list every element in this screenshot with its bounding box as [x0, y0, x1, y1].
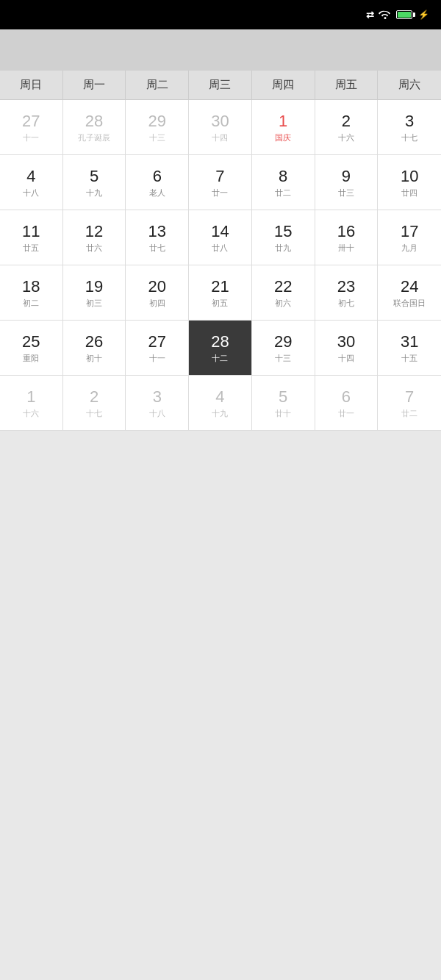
day-cell[interactable]: 23初七 — [315, 265, 379, 321]
day-number: 5 — [279, 387, 287, 407]
day-subtitle: 廿四 — [401, 188, 417, 198]
day-number: 3 — [153, 387, 162, 407]
day-number: 28 — [85, 112, 103, 131]
day-number: 27 — [22, 112, 40, 131]
weekday-header: 周日周一周二周三周四周五周六 — [0, 71, 441, 100]
day-cell[interactable]: 6老人 — [126, 155, 189, 210]
weekday-label-6: 周六 — [378, 71, 441, 99]
day-cell[interactable]: 3十八 — [126, 376, 189, 431]
day-cell[interactable]: 25重阳 — [0, 321, 63, 376]
day-cell[interactable]: 27十一 — [0, 100, 63, 155]
day-subtitle: 廿一 — [338, 409, 354, 418]
day-number: 4 — [215, 387, 224, 407]
day-subtitle: 廿二 — [401, 409, 417, 418]
day-cell[interactable]: 13廿七 — [126, 210, 189, 265]
day-number: 21 — [211, 277, 229, 296]
day-subtitle: 初十 — [86, 354, 102, 363]
day-cell[interactable]: 5十九 — [63, 155, 126, 210]
day-subtitle: 卅十 — [338, 243, 354, 253]
day-cell[interactable]: 2十六 — [315, 100, 379, 155]
day-cell[interactable]: 6廿一 — [315, 376, 379, 431]
day-subtitle: 初四 — [149, 298, 165, 308]
day-subtitle: 初二 — [23, 298, 39, 308]
day-cell[interactable]: 4十八 — [0, 155, 63, 210]
day-number: 20 — [148, 277, 166, 296]
day-subtitle: 老人 — [149, 188, 165, 198]
day-number: 2 — [342, 112, 351, 131]
day-subtitle: 廿十 — [275, 409, 291, 418]
day-number: 15 — [274, 222, 292, 241]
day-cell[interactable]: 11廿五 — [0, 210, 63, 265]
day-cell[interactable]: 9廿三 — [315, 155, 379, 210]
day-cell[interactable]: 29十三 — [126, 100, 189, 155]
day-subtitle: 十九 — [212, 409, 228, 418]
day-number: 23 — [337, 277, 355, 296]
day-number: 26 — [85, 332, 103, 351]
prev-month-button[interactable] — [12, 44, 24, 56]
day-subtitle: 廿八 — [212, 243, 228, 253]
day-subtitle: 孔子诞辰 — [78, 133, 110, 143]
day-cell[interactable]: 1十六 — [0, 376, 63, 431]
day-subtitle: 初六 — [275, 298, 291, 308]
status-bar: ⇄ ⚡ — [0, 0, 441, 29]
day-cell[interactable]: 21初五 — [189, 265, 252, 321]
day-subtitle: 初三 — [86, 298, 102, 308]
day-cell[interactable]: 10廿四 — [378, 155, 441, 210]
day-subtitle: 十六 — [338, 133, 354, 143]
day-cell[interactable]: 27十一 — [126, 321, 189, 376]
day-number: 27 — [148, 332, 166, 351]
day-cell[interactable]: 4十九 — [189, 376, 252, 431]
day-cell[interactable]: 15廿九 — [252, 210, 315, 265]
day-number: 12 — [85, 222, 103, 241]
day-subtitle: 十八 — [23, 188, 39, 198]
day-number: 1 — [279, 112, 287, 131]
day-cell[interactable]: 28孔子诞辰 — [63, 100, 126, 155]
day-cell[interactable]: 24联合国日 — [378, 265, 441, 321]
weekday-label-1: 周一 — [63, 71, 126, 99]
calendar-grid: 27十一28孔子诞辰29十三30十四1国庆2十六3十七4十八5十九6老人7廿一8… — [0, 100, 441, 431]
day-cell[interactable]: 30十四 — [189, 100, 252, 155]
day-cell[interactable]: 16卅十 — [315, 210, 379, 265]
day-cell[interactable]: 30十四 — [315, 321, 379, 376]
weekday-label-4: 周四 — [252, 71, 315, 99]
day-number: 13 — [148, 222, 166, 241]
day-number: 19 — [85, 277, 103, 296]
day-subtitle: 初七 — [338, 298, 354, 308]
day-cell[interactable]: 7廿二 — [378, 376, 441, 431]
day-number: 16 — [337, 222, 355, 241]
day-cell[interactable]: 2十七 — [63, 376, 126, 431]
day-subtitle: 联合国日 — [393, 298, 426, 308]
day-number: 14 — [211, 222, 229, 241]
day-cell[interactable]: 29十三 — [252, 321, 315, 376]
day-cell[interactable]: 5廿十 — [252, 376, 315, 431]
day-number: 8 — [279, 167, 287, 186]
day-cell[interactable]: 22初六 — [252, 265, 315, 321]
day-cell[interactable]: 12廿六 — [63, 210, 126, 265]
day-subtitle: 廿一 — [212, 188, 228, 198]
day-number: 24 — [401, 277, 418, 296]
day-cell[interactable]: 14廿八 — [189, 210, 252, 265]
day-subtitle: 九月 — [401, 243, 417, 253]
day-cell[interactable]: 20初四 — [126, 265, 189, 321]
day-subtitle: 廿三 — [338, 188, 354, 198]
wifi-icon — [379, 9, 392, 21]
day-cell[interactable]: 28十二 — [189, 321, 252, 376]
day-cell[interactable]: 26初十 — [63, 321, 126, 376]
day-subtitle: 十五 — [401, 354, 417, 363]
day-cell[interactable]: 31十五 — [378, 321, 441, 376]
day-cell[interactable]: 1国庆 — [252, 100, 315, 155]
day-number: 29 — [274, 332, 292, 351]
day-subtitle: 十三 — [149, 133, 165, 143]
bottom-area — [0, 431, 441, 887]
day-cell[interactable]: 17九月 — [378, 210, 441, 265]
day-cell[interactable]: 19初三 — [63, 265, 126, 321]
day-number: 5 — [90, 167, 98, 186]
day-subtitle: 廿五 — [23, 243, 39, 253]
next-month-button[interactable] — [417, 44, 429, 56]
day-cell[interactable]: 3十七 — [378, 100, 441, 155]
day-subtitle: 十六 — [23, 409, 39, 418]
day-cell[interactable]: 18初二 — [0, 265, 63, 321]
day-cell[interactable]: 8廿二 — [252, 155, 315, 210]
weekday-label-5: 周五 — [315, 71, 379, 99]
day-cell[interactable]: 7廿一 — [189, 155, 252, 210]
